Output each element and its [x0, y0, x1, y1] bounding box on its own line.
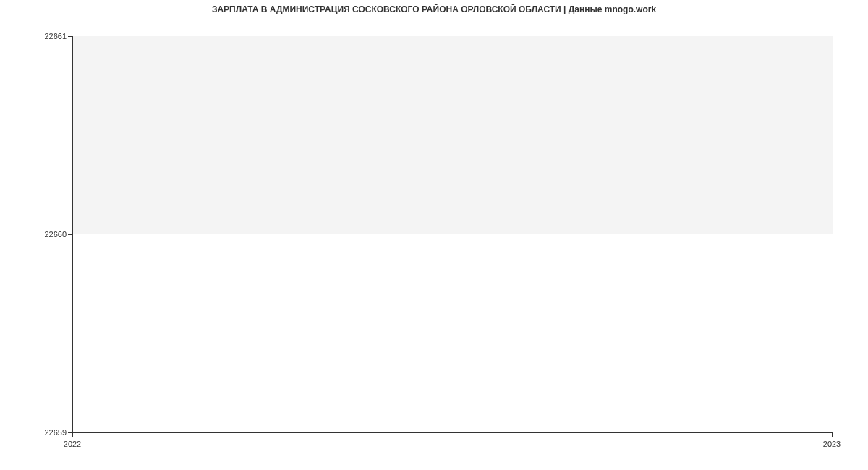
chart-container: ЗАРПЛАТА В АДМИНИСТРАЦИЯ СОСКОВСКОГО РАЙ…	[0, 0, 868, 470]
plot-area	[72, 36, 833, 433]
chart-title: ЗАРПЛАТА В АДМИНИСТРАЦИЯ СОСКОВСКОГО РАЙ…	[0, 4, 868, 14]
series-line	[73, 234, 833, 234]
y-tick-label: 22661	[9, 32, 67, 40]
area-fill	[73, 36, 833, 234]
x-tick-label: 2023	[823, 440, 841, 448]
x-tick-label: 2022	[64, 440, 81, 448]
y-tick-label: 22660	[9, 230, 67, 239]
y-tick-label: 22659	[9, 428, 67, 437]
